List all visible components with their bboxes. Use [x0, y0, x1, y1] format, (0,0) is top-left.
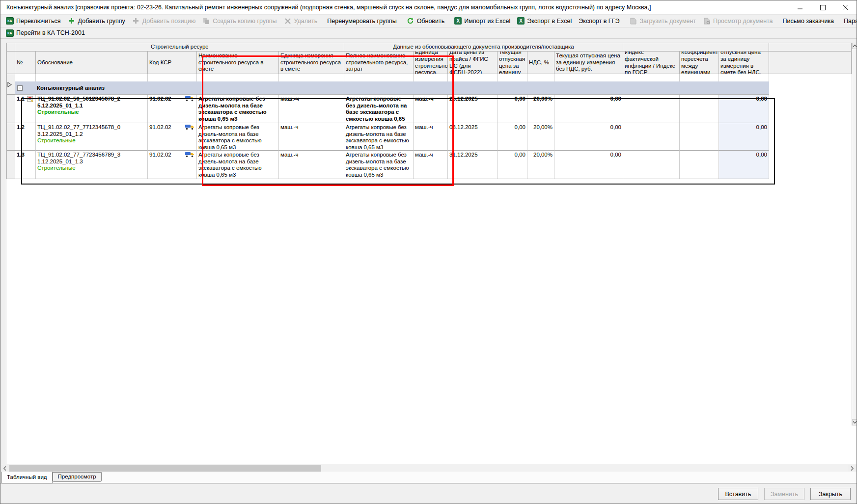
- export-gge-button[interactable]: Экспорт в ГГЭ: [575, 16, 623, 27]
- cell-name-full[interactable]: Агрегаты копровые без дизель-молота на б…: [344, 123, 414, 151]
- cell-basis[interactable]: ТЦ_91.02.02_50_5012345678_25.12.2025_01_…: [36, 95, 148, 123]
- replace-button[interactable]: Заменить: [764, 488, 804, 500]
- cell-unit-full[interactable]: маш.-ч: [414, 95, 448, 123]
- cell-unit-estimate[interactable]: маш.-ч: [279, 95, 344, 123]
- cell-unit-estimate[interactable]: маш.-ч: [279, 123, 344, 151]
- corner-cell: [6, 43, 15, 52]
- minimize-button[interactable]: [789, 0, 811, 14]
- cell-estimate-price[interactable]: 0,00: [719, 151, 769, 179]
- cell-price-date[interactable]: 03.12.2025: [448, 123, 498, 151]
- switch-button[interactable]: КА Переключиться: [2, 16, 64, 27]
- add-position-button[interactable]: Добавить позицию: [129, 16, 199, 27]
- row-indicator-cell: [6, 123, 15, 151]
- cell-ksr[interactable]: 91.02.02: [148, 95, 197, 123]
- cell-name-estimate[interactable]: Агрегаты копровые без дизель-молота на б…: [197, 95, 279, 123]
- cell-name-full[interactable]: Агрегаты копровые без дизель-молота на б…: [344, 95, 414, 123]
- col-header-price-no-vat: Текущая отпускная цена за единицу измере…: [554, 52, 623, 74]
- copy-group-button[interactable]: Создать копию группы: [199, 16, 280, 27]
- cell-num[interactable]: 1.3: [15, 151, 36, 179]
- scroll-right-button[interactable]: [848, 465, 856, 472]
- collapse-button[interactable]: −: [17, 85, 23, 91]
- col-header-basis: Обоснование: [36, 52, 148, 74]
- col-header-num: №: [15, 52, 36, 74]
- cell-inflation-index[interactable]: [623, 123, 680, 151]
- corner-cell: [6, 52, 15, 74]
- col-header-price-date: Дата цены из прайса / ФГИС ЦС (для ФСБЦ-…: [448, 52, 498, 74]
- cell-vat[interactable]: 20,00%: [527, 123, 554, 151]
- group-header-filler: [769, 43, 852, 52]
- col-header-inflation-index: Индекс фактической инфляции / Индекс по …: [623, 52, 680, 74]
- cell-ksr[interactable]: 91.02.02: [148, 123, 197, 151]
- maximize-button[interactable]: [811, 0, 834, 14]
- add-group-button[interactable]: Добавить группу: [64, 16, 129, 27]
- cell-conversion-coef[interactable]: [680, 151, 719, 179]
- cell-estimate-price[interactable]: 0,00: [719, 123, 769, 151]
- refresh-button[interactable]: Обновить: [403, 16, 448, 27]
- goto-ka-tsn-button[interactable]: КА Перейти в КА ТСН-2001: [2, 27, 88, 38]
- cell-name-full[interactable]: Агрегаты копровые без дизель-молота на б…: [344, 151, 414, 179]
- close-dialog-button[interactable]: Закрыть: [810, 488, 851, 500]
- insert-button[interactable]: Вставить: [718, 488, 758, 500]
- ka-icon: КА: [6, 17, 14, 25]
- scroll-down-button[interactable]: [852, 419, 857, 425]
- horizontal-scrollbar[interactable]: [0, 464, 857, 472]
- x-icon: [284, 17, 292, 25]
- view-document-button[interactable]: Просмотр документа: [699, 16, 776, 27]
- table-row[interactable]: 1.3 ТЦ_91.02.02_77_7723456789_31.12.2025…: [6, 151, 852, 179]
- window-controls: [789, 0, 857, 14]
- cell-price-no-vat[interactable]: 0,00: [554, 123, 623, 151]
- cell-name-estimate[interactable]: Агрегаты копровые без дизель-молота на б…: [197, 151, 279, 179]
- table-row[interactable]: 1.2 ТЦ_91.02.02_77_7712345678_03.12.2025…: [6, 123, 852, 151]
- cell-unit-price[interactable]: 0,00: [498, 151, 527, 179]
- ka-icon: КА: [6, 29, 14, 37]
- cell-estimate-price[interactable]: 0,00: [719, 95, 769, 123]
- parameters-button[interactable]: Параметры: [840, 16, 857, 27]
- cell-basis[interactable]: ТЦ_91.02.02_77_7712345678_03.12.2025_01_…: [36, 123, 148, 151]
- vertical-scrollbar[interactable]: [852, 43, 857, 425]
- cell-num[interactable]: 1.1: [15, 95, 36, 123]
- customer-letter-button[interactable]: Письмо заказчика: [779, 16, 838, 27]
- cell-price-no-vat[interactable]: 0,00: [554, 95, 623, 123]
- tab-preview[interactable]: Предпросмотр: [53, 472, 102, 482]
- cell-conversion-coef[interactable]: [680, 123, 719, 151]
- close-icon: [843, 5, 848, 10]
- close-button[interactable]: [834, 0, 857, 14]
- export-excel-button[interactable]: X Экспорт в Excel: [514, 16, 575, 27]
- cell-name-estimate[interactable]: Агрегаты копровые без дизель-молота на б…: [197, 123, 279, 151]
- category-label: Строительные: [37, 109, 146, 116]
- cell-price-date[interactable]: 31.12.2025: [448, 151, 498, 179]
- cell-inflation-index[interactable]: [623, 151, 680, 179]
- maximize-icon: [820, 5, 826, 10]
- view-tabs: Табличный вид Предпросмотр: [0, 472, 857, 483]
- cell-basis[interactable]: ТЦ_91.02.02_77_7723456789_31.12.2025_01_…: [36, 151, 148, 179]
- scrollbar-thumb[interactable]: [9, 465, 321, 472]
- col-header-unit-price: Текущая отпускная цена за единицу: [498, 52, 527, 74]
- cell-price-no-vat[interactable]: 0,00: [554, 151, 623, 179]
- col-header-name-full: Полное наименование строительного ресурс…: [344, 52, 414, 74]
- cell-inflation-index[interactable]: [623, 95, 680, 123]
- cell-num[interactable]: 1.2: [15, 123, 36, 151]
- chevron-down-icon: [853, 421, 857, 424]
- import-excel-button[interactable]: X Импорт из Excel: [451, 16, 514, 27]
- cell-unit-full[interactable]: маш.-ч: [414, 123, 448, 151]
- cell-unit-price[interactable]: 0,00: [498, 123, 527, 151]
- cell-unit-estimate[interactable]: маш.-ч: [279, 151, 344, 179]
- cell-conversion-coef[interactable]: [680, 95, 719, 123]
- col-header-filler: [769, 52, 852, 74]
- cell-price-date[interactable]: 25.12.2025: [448, 95, 498, 123]
- delete-button[interactable]: Удалить: [280, 16, 321, 27]
- copy-icon: [202, 17, 210, 25]
- cell-unit-price[interactable]: 0,00: [498, 95, 527, 123]
- scroll-left-button[interactable]: [1, 465, 9, 472]
- cell-unit-full[interactable]: маш.-ч: [414, 151, 448, 179]
- tab-tabular-view[interactable]: Табличный вид: [1, 472, 53, 483]
- cell-vat[interactable]: 20,00%: [527, 151, 554, 179]
- table-row[interactable]: 1.1 ТЦ_91.02.02_50_5012345678_25.12.2025…: [6, 95, 852, 123]
- scroll-up-button[interactable]: [852, 43, 857, 49]
- load-document-button[interactable]: Загрузить документ: [626, 16, 699, 27]
- renumber-groups-button[interactable]: Перенумеровать группы: [324, 16, 400, 27]
- analysis-group-row[interactable]: − Конъюнктурный анализ: [6, 81, 852, 95]
- grid-left-rail: [0, 43, 6, 464]
- cell-vat[interactable]: 20,00%: [527, 95, 554, 123]
- cell-ksr[interactable]: 91.02.02: [148, 151, 197, 179]
